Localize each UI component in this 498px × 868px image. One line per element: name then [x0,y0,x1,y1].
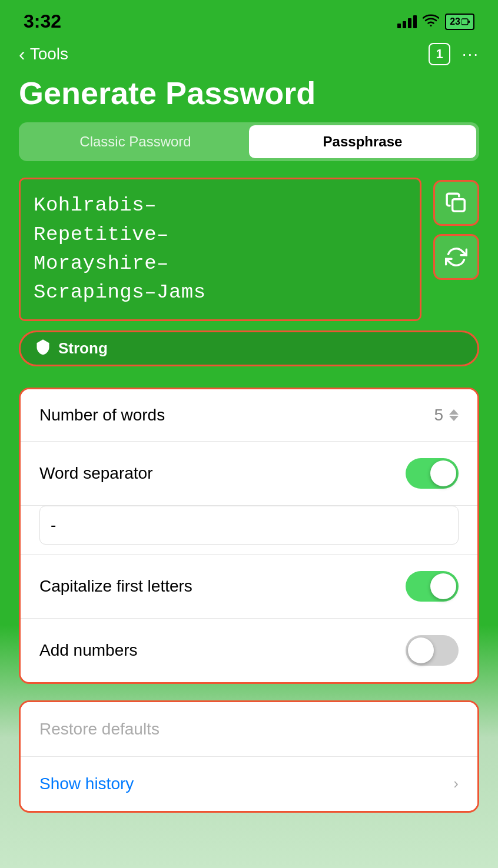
separator-input[interactable] [39,506,459,545]
nav-bar: ‹ Tools 1 ··· [0,37,498,71]
password-area: Kohlrabis– Repetitive– Morayshire– Scrap… [19,178,479,321]
number-of-words-value[interactable]: 5 [434,406,459,425]
status-bar: 3:32 23 [0,0,498,37]
copy-icon [445,192,467,214]
segment-control: Classic Password Passphrase [19,122,479,161]
toggle-knob-capitalize [430,573,456,599]
svg-point-0 [430,25,432,26]
back-button[interactable]: ‹ Tools [19,44,68,65]
toggle-knob-numbers [408,637,434,663]
stepper-down-icon[interactable] [449,416,459,421]
svg-rect-2 [469,21,470,23]
status-icons: 23 [397,14,474,30]
bottom-action-section: Restore defaults Show history › [19,700,479,813]
strength-badge: Strong [19,330,479,366]
wifi-icon [423,14,439,30]
word-separator-row: Word separator [21,442,477,506]
toggle-knob [430,460,456,486]
status-time: 3:32 [24,11,61,32]
refresh-icon [445,246,467,268]
number-of-words-row: Number of words 5 [21,389,477,442]
add-numbers-label: Add numbers [39,641,138,660]
capitalize-toggle[interactable] [406,571,459,602]
password-display: Kohlrabis– Repetitive– Morayshire– Scrap… [19,178,421,321]
restore-defaults-row[interactable]: Restore defaults [21,702,477,757]
stepper-arrows[interactable] [449,409,459,421]
chevron-right-icon: › [453,774,459,793]
nav-right-actions: 1 ··· [429,43,479,65]
shield-icon [35,338,51,359]
add-numbers-toggle[interactable] [406,635,459,666]
add-numbers-row: Add numbers [21,619,477,682]
refresh-button[interactable] [433,234,479,280]
segment-classic-password[interactable]: Classic Password [22,125,249,158]
word-separator-toggle[interactable] [406,458,459,489]
capitalize-row: Capitalize first letters [21,555,477,619]
stepper-up-icon[interactable] [449,409,459,415]
separator-input-row [21,506,477,555]
page-title: Generate Password [0,71,498,122]
copy-button[interactable] [433,180,479,226]
settings-section: Number of words 5 Word separator Capital… [19,388,479,684]
strength-label: Strong [58,339,108,358]
password-text: Kohlrabis– Repetitive– Morayshire– Scrap… [34,191,407,307]
tabs-badge[interactable]: 1 [429,43,450,65]
svg-rect-3 [453,199,465,212]
restore-defaults-label: Restore defaults [39,720,160,739]
signal-icon [397,15,417,28]
battery-icon: 23 [445,14,474,30]
word-separator-label: Word separator [39,464,152,483]
show-history-label: Show history [39,774,134,793]
more-button[interactable]: ··· [462,45,479,64]
back-label: Tools [30,45,68,64]
password-actions [433,180,479,280]
segment-passphrase[interactable]: Passphrase [249,125,476,158]
svg-rect-1 [462,19,468,25]
bottom-spacer [0,813,498,848]
show-history-row[interactable]: Show history › [21,757,477,811]
capitalize-label: Capitalize first letters [39,577,192,596]
number-of-words-label: Number of words [39,406,165,425]
back-chevron-icon: ‹ [19,44,25,65]
number-of-words-number: 5 [434,406,443,425]
